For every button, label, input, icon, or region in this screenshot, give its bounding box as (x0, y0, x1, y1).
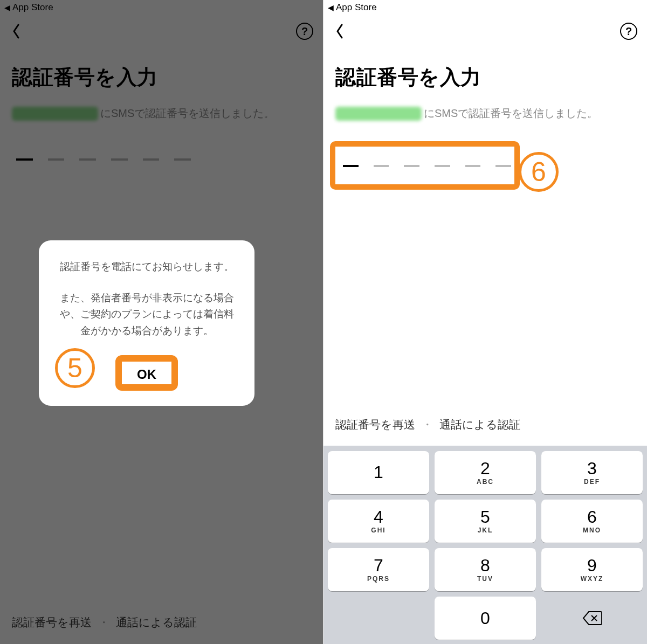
key-0[interactable]: 0 (435, 597, 536, 640)
ok-button[interactable]: OK (123, 358, 170, 391)
footer-links: 認証番号を再送 ・ 通話による認証 (335, 417, 520, 432)
nav-bar: ? (324, 15, 647, 47)
key-4[interactable]: 4GHI (328, 500, 429, 543)
code-slot (374, 165, 389, 167)
code-slot (343, 165, 359, 167)
step-badge-5: 5 (55, 348, 95, 388)
key-8[interactable]: 8TUV (435, 548, 536, 591)
backspace-icon (582, 611, 602, 626)
back-chevron-icon[interactable] (333, 25, 346, 38)
status-back-label[interactable]: App Store (336, 2, 377, 13)
help-icon[interactable]: ? (620, 23, 637, 40)
page-title: 認証番号を入力 (335, 64, 635, 91)
code-slot (495, 165, 511, 167)
key-9[interactable]: 9WXYZ (541, 548, 643, 591)
dialog-message-1: 認証番号を電話にてお知らせします。 (57, 260, 236, 274)
key-2[interactable]: 2ABC (435, 451, 536, 494)
phone-redacted (335, 107, 422, 121)
key-1[interactable]: 1 (328, 451, 429, 494)
subtitle-text: にSMSで認証番号を送信しました。 (424, 106, 598, 121)
call-auth-link[interactable]: 通話による認証 (439, 417, 520, 432)
subtitle: にSMSで認証番号を送信しました。 (335, 106, 635, 121)
key-blank (328, 597, 429, 640)
step-badge-6: 6 (519, 152, 559, 192)
code-slot (465, 165, 481, 167)
key-7[interactable]: 7PQRS (328, 548, 429, 591)
key-6[interactable]: 6MNO (541, 500, 643, 543)
status-bar: ◀ App Store (324, 0, 647, 15)
key-5[interactable]: 5JKL (435, 500, 536, 543)
dialog-message-2: また、発信者番号が非表示になる場合や、ご契約のプランによっては着信料金がかかる場… (57, 290, 236, 339)
separator: ・ (422, 417, 433, 432)
screen-left: ◀ App Store ? 認証番号を入力 にSMSで認証番号を送信しました。 (0, 0, 324, 644)
key-backspace[interactable] (541, 597, 643, 640)
screen-right: ◀ App Store ? 認証番号を入力 にSMSで認証番号を送信しました。 (324, 0, 647, 644)
numeric-keypad: 1 2ABC 3DEF 4GHI 5JKL 6MNO 7PQRS 8TUV 9W… (324, 446, 647, 644)
back-triangle-icon[interactable]: ◀ (328, 3, 334, 12)
resend-link[interactable]: 認証番号を再送 (335, 417, 415, 432)
confirm-dialog: 認証番号を電話にてお知らせします。 また、発信者番号が非表示になる場合や、ご契約… (39, 240, 254, 406)
code-slot (435, 165, 450, 167)
code-slot (404, 165, 419, 167)
key-3[interactable]: 3DEF (541, 451, 643, 494)
code-input[interactable] (335, 153, 519, 179)
